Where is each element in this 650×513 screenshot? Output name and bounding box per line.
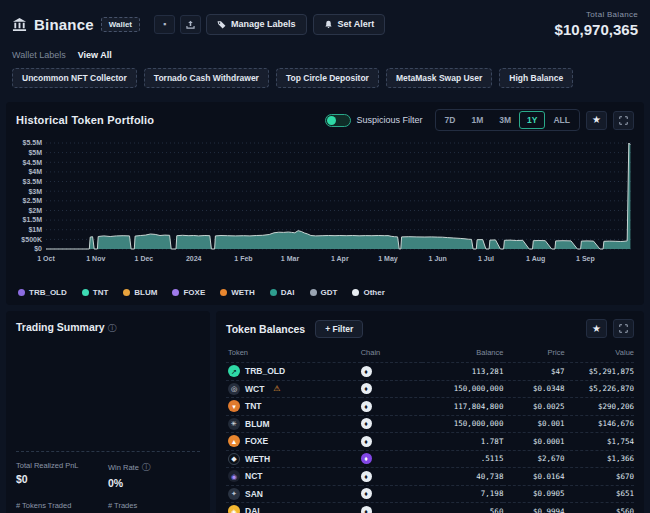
- foxe-token-icon: ▲: [228, 435, 240, 447]
- token-name: TNT: [245, 401, 262, 411]
- table-row-foxe[interactable]: ▲FOXE♦1.78T$0.0001$1,754: [226, 433, 634, 451]
- wallet-label-pill[interactable]: MetaMask Swap User: [386, 68, 492, 88]
- column-header-chain[interactable]: Chain: [361, 345, 422, 363]
- svg-text:$4.5M: $4.5M: [23, 159, 43, 167]
- token-name: WCT: [245, 384, 264, 394]
- wallet-labels-bar: Wallet Labels View All: [0, 50, 650, 60]
- table-row-trb_old[interactable]: ↗TRB_OLD♦113,281$47$5,291,875: [226, 363, 634, 381]
- table-row-blum[interactable]: ✳BLUM♦150,000,000$0.001$146,676: [226, 415, 634, 433]
- svg-text:1 Aug: 1 Aug: [526, 255, 545, 263]
- ethereum-chain-icon: ♦: [361, 506, 372, 513]
- star-icon: ★: [592, 324, 601, 334]
- token-value: $290,206: [598, 402, 634, 411]
- wallet-labels-title: Wallet Labels: [12, 50, 66, 60]
- svg-text:1 May: 1 May: [378, 255, 398, 263]
- suspicious-filter-toggle[interactable]: [325, 114, 351, 127]
- legend-item-tnt[interactable]: TNT: [82, 288, 109, 297]
- legend-dot: [310, 289, 317, 296]
- trb_old-token-icon: ↗: [228, 365, 240, 377]
- trading-summary-stats: Total Realized PnL$0Win Rateⓘ0%# Tokens …: [16, 461, 200, 513]
- ethereum-chain-icon: ♦: [361, 471, 372, 482]
- wallet-label-pill[interactable]: Uncommon NFT Collector: [12, 68, 137, 88]
- token-value: $670: [616, 472, 634, 481]
- legend-item-trb_old[interactable]: TRB_OLD: [18, 288, 67, 297]
- add-filter-button[interactable]: + Filter: [315, 320, 363, 338]
- token-name: WETH: [245, 454, 270, 464]
- time-range-7d[interactable]: 7D: [437, 111, 464, 129]
- token-price: $0.0025: [533, 402, 565, 411]
- token-name: BLUM: [245, 419, 270, 429]
- trading-summary-panel: Trading Summaryⓘ Total Realized PnL$0Win…: [6, 311, 210, 513]
- legend-item-dai[interactable]: DAI: [270, 288, 295, 297]
- expand-icon: [619, 116, 628, 125]
- favorite-button[interactable]: ★: [586, 319, 607, 338]
- legend-item-other[interactable]: Other: [352, 288, 384, 297]
- pin-button[interactable]: ▪: [154, 15, 175, 34]
- table-row-weth[interactable]: ◆WETH♦.5115$2,670$1,366: [226, 450, 634, 468]
- ethereum-chain-icon: ♦: [361, 401, 372, 412]
- table-row-dai[interactable]: ◈DAI♦560$0.9994$560: [226, 503, 634, 513]
- legend-dot: [270, 289, 277, 296]
- svg-text:$1M: $1M: [28, 226, 42, 234]
- token-value: $651: [616, 489, 634, 498]
- chart-legend: TRB_OLDTNTBLUMFOXEWETHDAIGDTOther: [16, 283, 634, 303]
- wallet-label-pill[interactable]: High Balance: [499, 68, 573, 88]
- view-all-link[interactable]: View All: [78, 50, 112, 60]
- svg-text:$4M: $4M: [28, 168, 42, 176]
- time-range-all[interactable]: ALL: [545, 111, 578, 129]
- column-header-value[interactable]: Value: [565, 345, 634, 363]
- svg-text:2024: 2024: [186, 255, 202, 262]
- bell-icon: [324, 20, 333, 29]
- expand-button[interactable]: [613, 111, 634, 130]
- time-range-1m[interactable]: 1M: [463, 111, 491, 129]
- page-header: Binance Wallet ▪ Manage Labels Set Alert…: [0, 0, 650, 38]
- column-header-token[interactable]: Token: [226, 345, 361, 363]
- token-price: $47: [551, 367, 565, 376]
- share-button[interactable]: [180, 15, 201, 34]
- entity-type-badge: Wallet: [101, 17, 140, 32]
- legend-dot: [220, 289, 227, 296]
- table-header-row: Token Chain Balance Price Value: [226, 345, 634, 363]
- table-row-tnt[interactable]: ▾TNT♦117,804,800$0.0025$290,206: [226, 398, 634, 416]
- token-balance: 150,000,000: [454, 384, 504, 393]
- expand-button[interactable]: [613, 319, 634, 338]
- token-balance: 113,281: [472, 367, 504, 376]
- token-value: $146,676: [598, 419, 634, 428]
- legend-item-gdt[interactable]: GDT: [310, 288, 338, 297]
- polygon-chain-icon: ♦: [361, 453, 372, 464]
- warning-icon: ⚠: [273, 384, 280, 393]
- token-balances-panel: Token Balances + Filter ★ Token Chain Ba…: [216, 311, 644, 513]
- legend-item-blum[interactable]: BLUM: [123, 288, 157, 297]
- table-row-wct[interactable]: ◎WCT⚠♦150,000,000$0.0348$5,226,870: [226, 380, 634, 398]
- token-value: $1,366: [607, 454, 634, 463]
- wallet-label-pill[interactable]: Top Circle Depositor: [276, 68, 379, 88]
- divider: [16, 451, 200, 452]
- favorite-button[interactable]: ★: [586, 111, 607, 130]
- san-token-icon: ✦: [228, 488, 240, 500]
- wallet-label-pill[interactable]: Tornado Cash Withdrawer: [144, 68, 269, 88]
- token-name: DAI: [245, 506, 260, 513]
- portfolio-chart: $0$500K$1M$1.5M$2M$2.5M$3M$3.5M$4M$4.5M$…: [16, 135, 634, 283]
- legend-item-weth[interactable]: WETH: [220, 288, 255, 297]
- manage-labels-label: Manage Labels: [231, 19, 296, 29]
- svg-text:$3.5M: $3.5M: [23, 178, 43, 186]
- svg-text:1 Feb: 1 Feb: [234, 255, 252, 262]
- total-balance-label: Total Balance: [555, 10, 638, 19]
- portfolio-panel-title: Historical Token Portfolio: [16, 114, 154, 126]
- legend-item-foxe[interactable]: FOXE: [172, 288, 205, 297]
- set-alert-button[interactable]: Set Alert: [313, 14, 386, 35]
- token-name: NCT: [245, 471, 262, 481]
- column-header-balance[interactable]: Balance: [422, 345, 504, 363]
- stat-win-rate: Win Rateⓘ0%: [108, 461, 200, 489]
- column-header-price[interactable]: Price: [503, 345, 564, 363]
- table-row-san[interactable]: ✦SAN♦7,198$0.0905$651: [226, 485, 634, 503]
- time-range-1y[interactable]: 1Y: [519, 111, 545, 129]
- svg-text:1 Mar: 1 Mar: [281, 255, 300, 262]
- portfolio-area-chart: $0$500K$1M$1.5M$2M$2.5M$3M$3.5M$4M$4.5M$…: [16, 135, 638, 283]
- token-value: $5,291,875: [589, 367, 634, 376]
- token-price: $2,670: [538, 454, 565, 463]
- time-range-3m[interactable]: 3M: [491, 111, 519, 129]
- manage-labels-button[interactable]: Manage Labels: [206, 14, 307, 35]
- token-balance: 7,198: [481, 489, 504, 498]
- table-row-nct[interactable]: ◉NCT♦40,738$0.0164$670: [226, 468, 634, 486]
